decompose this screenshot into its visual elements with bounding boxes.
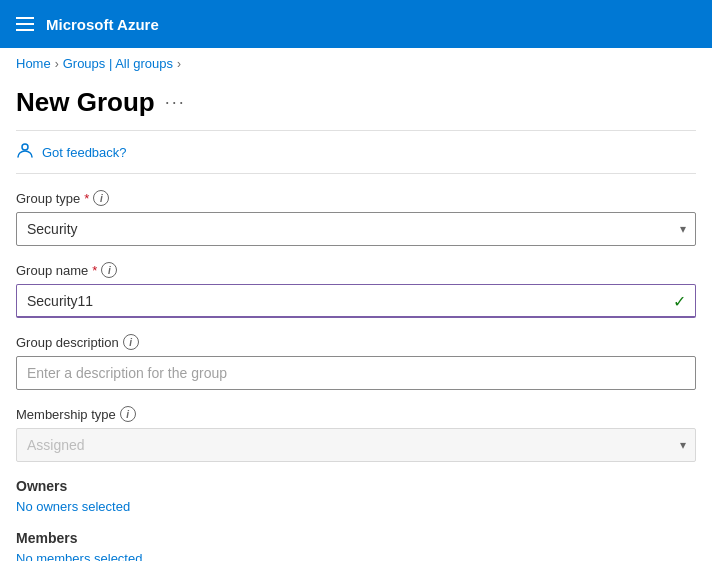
group-type-field: Group type * i Security Microsoft 365 ▾ — [16, 190, 696, 246]
page-header: New Group ··· — [0, 79, 712, 118]
group-type-info-icon[interactable]: i — [93, 190, 109, 206]
group-name-label: Group name * i — [16, 262, 696, 278]
group-name-info-icon[interactable]: i — [101, 262, 117, 278]
breadcrumb-home[interactable]: Home — [16, 56, 51, 71]
membership-type-info-icon[interactable]: i — [120, 406, 136, 422]
feedback-bar[interactable]: Got feedback? — [16, 130, 696, 173]
group-description-field: Group description i — [16, 334, 696, 390]
members-field: Members No members selected — [16, 530, 696, 561]
group-name-field: Group name * i ✓ — [16, 262, 696, 318]
membership-type-field: Membership type i Assigned ▾ — [16, 406, 696, 462]
membership-type-label: Membership type i — [16, 406, 696, 422]
group-name-input[interactable] — [16, 284, 696, 318]
members-label: Members — [16, 530, 696, 546]
group-type-label: Group type * i — [16, 190, 696, 206]
required-star-type: * — [84, 191, 89, 206]
group-desc-info-icon[interactable]: i — [123, 334, 139, 350]
breadcrumb: Home › Groups | All groups › — [0, 48, 712, 79]
owners-field: Owners No owners selected — [16, 478, 696, 514]
group-type-select[interactable]: Security Microsoft 365 — [16, 212, 696, 246]
breadcrumb-sep-2: › — [177, 57, 181, 71]
app-title: Microsoft Azure — [46, 16, 159, 33]
members-link[interactable]: No members selected — [16, 551, 142, 561]
group-description-input[interactable] — [16, 356, 696, 390]
required-star-name: * — [92, 263, 97, 278]
form-container: Group type * i Security Microsoft 365 ▾ … — [0, 174, 712, 561]
group-name-input-wrapper: ✓ — [16, 284, 696, 318]
breadcrumb-groups[interactable]: Groups | All groups — [63, 56, 173, 71]
owners-link[interactable]: No owners selected — [16, 499, 130, 514]
group-type-select-wrapper: Security Microsoft 365 ▾ — [16, 212, 696, 246]
svg-point-0 — [22, 144, 28, 150]
page-title: New Group — [16, 87, 155, 118]
membership-type-select-wrapper: Assigned ▾ — [16, 428, 696, 462]
feedback-icon — [16, 141, 34, 163]
topbar: Microsoft Azure — [0, 0, 712, 48]
breadcrumb-sep-1: › — [55, 57, 59, 71]
membership-type-select[interactable]: Assigned — [16, 428, 696, 462]
group-description-label: Group description i — [16, 334, 696, 350]
feedback-label: Got feedback? — [42, 145, 127, 160]
more-options-button[interactable]: ··· — [165, 92, 186, 113]
hamburger-menu[interactable] — [16, 17, 34, 31]
owners-label: Owners — [16, 478, 696, 494]
